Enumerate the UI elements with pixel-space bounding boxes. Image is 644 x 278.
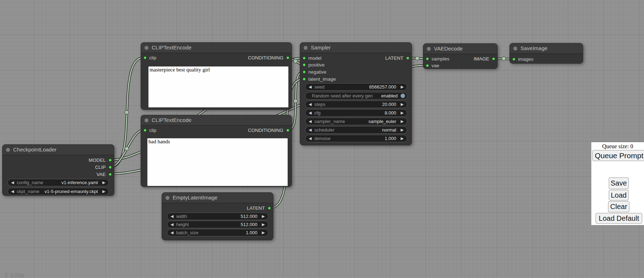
output-slot-dot-conditioning[interactable] <box>286 129 289 132</box>
widget-label: height <box>176 221 189 228</box>
increment-arrow-icon[interactable]: ▶ <box>401 135 404 142</box>
widget-config-name[interactable]: ◀ config_name v1-inference.yaml ▶ <box>7 179 109 186</box>
output-slot-label: LATENT <box>385 55 403 61</box>
widget-value: 20.000 <box>382 101 396 108</box>
decrement-arrow-icon[interactable]: ◀ <box>171 213 173 220</box>
widget-label: sampler_name <box>314 118 345 125</box>
decrement-arrow-icon[interactable]: ◀ <box>309 109 311 116</box>
output-slot-dot-latent[interactable] <box>406 57 409 60</box>
input-slot-dot-images[interactable] <box>512 58 515 61</box>
node-title: VAEDecode <box>434 44 463 54</box>
widget-value: enabled <box>381 92 398 99</box>
widget-label: seed <box>314 84 324 90</box>
widget-value: 8566257.000 <box>369 84 396 90</box>
widget-value: sample_euler <box>368 118 396 125</box>
widget-denoise[interactable]: ◀ denoise 1.000 ▶ <box>305 135 407 142</box>
node-title-bar[interactable]: Sampler <box>300 43 412 53</box>
render-time-label: T: 0.00s <box>4 272 24 278</box>
widget-seed[interactable]: ◀ seed 8566257.000 ▶ <box>305 83 407 91</box>
widget-value: 512.000 <box>241 213 257 220</box>
node-title-bar[interactable]: CLIPTextEncode <box>141 43 292 53</box>
node-title-bar[interactable]: CLIPTextEncode <box>141 115 292 126</box>
input-slot-dot-negative[interactable] <box>303 70 306 74</box>
queue-size-label: Queue size: 0 <box>591 143 644 150</box>
node-title-bar[interactable]: SaveImage <box>510 43 583 54</box>
input-slot-dot-vae[interactable] <box>426 64 429 67</box>
decrement-arrow-icon[interactable]: ◀ <box>11 179 14 186</box>
increment-arrow-icon[interactable]: ▶ <box>103 188 105 195</box>
widget-batch-size[interactable]: ◀ batch_size 1.000 ▶ <box>167 229 268 236</box>
increment-arrow-icon[interactable]: ▶ <box>401 101 404 108</box>
increment-arrow-icon[interactable]: ▶ <box>401 84 404 90</box>
queue-prompt-button[interactable]: Queue Prompt <box>592 150 644 161</box>
output-slot-dot-vae[interactable] <box>109 173 112 176</box>
widget-cfg[interactable]: ◀ cfg 8.000 ▶ <box>305 109 407 117</box>
output-slot-dot-conditioning[interactable] <box>286 56 289 59</box>
decrement-arrow-icon[interactable]: ◀ <box>309 135 311 142</box>
node-checkpoint-loader[interactable]: CheckpointLoader MODEL CLIP VAE ◀ config… <box>2 144 114 196</box>
widget-value: 512.000 <box>241 221 257 228</box>
node-vae-decode[interactable]: VAEDecode samples vae IMAGE <box>423 43 498 69</box>
decrement-arrow-icon[interactable]: ◀ <box>171 221 173 228</box>
node-status-dot <box>513 47 517 50</box>
widget-label: steps <box>314 101 325 108</box>
node-graph-canvas[interactable]: CheckpointLoader MODEL CLIP VAE ◀ config… <box>0 0 644 278</box>
input-slot-label: latent_image <box>308 76 336 82</box>
node-title-bar[interactable]: EmptyLatentImage <box>162 193 273 203</box>
node-status-dot <box>145 118 148 122</box>
widget-width[interactable]: ◀ width 512.000 ▶ <box>167 213 268 220</box>
node-status-dot <box>304 46 308 50</box>
input-slot-label: images <box>518 57 534 62</box>
node-title-bar[interactable]: CheckpointLoader <box>2 145 114 155</box>
decrement-arrow-icon[interactable]: ◀ <box>309 84 311 90</box>
clear-button[interactable]: Clear <box>608 201 629 212</box>
widget-height[interactable]: ◀ height 512.000 ▶ <box>167 221 268 228</box>
output-slot-dot-clip[interactable] <box>109 166 112 169</box>
widget-steps[interactable]: ◀ steps 20.000 ▶ <box>305 101 407 108</box>
widget-value: v1-5-pruned-emaonly.ckpt <box>44 188 98 195</box>
increment-arrow-icon[interactable]: ▶ <box>401 118 404 125</box>
output-slot-dot-model[interactable] <box>109 159 112 162</box>
load-button[interactable]: Load <box>609 190 629 201</box>
increment-arrow-icon[interactable]: ▶ <box>401 127 404 133</box>
prompt-textarea[interactable]: masterpiece best quality girl <box>148 66 288 107</box>
node-clip-text-encode-positive[interactable]: CLIPTextEncode clip CONDITIONING masterp… <box>141 42 292 110</box>
save-button[interactable]: Save <box>609 177 629 189</box>
node-title: Sampler <box>311 43 331 53</box>
node-sampler[interactable]: Sampler model positive negative latent_i… <box>300 42 412 145</box>
widget-sampler-name[interactable]: ◀ sampler_name sample_euler ▶ <box>305 118 407 125</box>
decrement-arrow-icon[interactable]: ◀ <box>171 229 173 236</box>
increment-arrow-icon[interactable]: ▶ <box>262 229 265 236</box>
decrement-arrow-icon[interactable]: ◀ <box>309 118 311 125</box>
decrement-arrow-icon[interactable]: ◀ <box>309 127 311 133</box>
node-empty-latent-image[interactable]: EmptyLatentImage LATENT ◀ width 512.000 … <box>162 192 273 240</box>
output-slot-dot-image[interactable] <box>492 57 495 60</box>
link-clip-to-negative-encode[interactable] <box>110 130 143 167</box>
output-slot-dot-latent[interactable] <box>268 207 271 210</box>
increment-arrow-icon[interactable]: ▶ <box>103 179 105 186</box>
toggle-indicator-icon[interactable] <box>400 93 405 98</box>
input-slot-label: negative <box>308 69 326 75</box>
widget-random-seed-toggle[interactable]: Random seed after every gen enabled <box>305 92 407 100</box>
node-status-dot <box>6 148 10 152</box>
queue-panel: Queue size: 0 Queue Prompt Save Load Cle… <box>591 142 644 225</box>
widget-ckpt-name[interactable]: ◀ ckpt_name v1-5-pruned-emaonly.ckpt ▶ <box>7 188 109 195</box>
node-title-bar[interactable]: VAEDecode <box>423 44 497 54</box>
increment-arrow-icon[interactable]: ▶ <box>262 221 265 228</box>
increment-arrow-icon[interactable]: ▶ <box>262 213 265 220</box>
node-save-image[interactable]: SaveImage images <box>509 43 583 64</box>
decrement-arrow-icon[interactable]: ◀ <box>11 188 14 195</box>
node-clip-text-encode-negative[interactable]: CLIPTextEncode clip CONDITIONING bad han… <box>141 115 292 187</box>
decrement-arrow-icon[interactable]: ◀ <box>309 101 311 108</box>
node-status-dot <box>166 196 169 200</box>
input-slot-dot-positive[interactable] <box>303 63 306 66</box>
widget-scheduler[interactable]: ◀ scheduler normal ▶ <box>305 126 407 134</box>
output-slot-label: CLIP <box>95 165 106 170</box>
input-slot-dot-latent-image[interactable] <box>303 77 306 81</box>
widget-label: ckpt_name <box>17 188 40 195</box>
output-slot-label: IMAGE <box>473 56 489 62</box>
increment-arrow-icon[interactable]: ▶ <box>401 109 404 116</box>
node-status-dot <box>427 47 431 51</box>
prompt-textarea[interactable]: bad hands <box>147 138 288 186</box>
load-default-button[interactable]: Load Default <box>596 213 642 224</box>
